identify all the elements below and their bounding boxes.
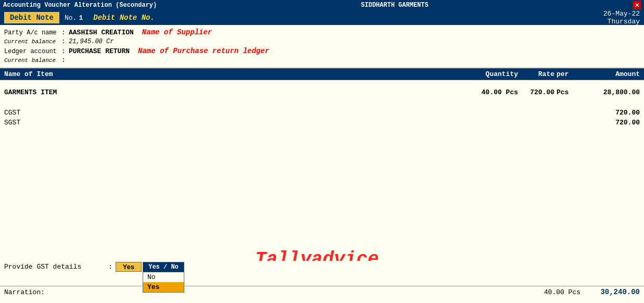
cgst-name: CGST xyxy=(4,109,463,117)
sgst-amount: 720.00 xyxy=(583,119,640,127)
sgst-name: SGST xyxy=(4,119,463,127)
party-label: Party A/c name xyxy=(4,29,61,36)
cb-colon2: : xyxy=(61,56,69,64)
item-amount: 28,800.00 xyxy=(583,89,640,96)
title-bar: Accounting Voucher Alteration (Secondary… xyxy=(0,0,644,10)
main-content: Party A/c name : AASHISH CREATION Name o… xyxy=(0,25,644,303)
table-row: GARMENTS ITEM 40.00 Pcs 720.00 Pcs 28,80… xyxy=(0,87,644,97)
party-value: AASHISH CREATION xyxy=(69,29,134,36)
ledger-row: Ledger account : PURCHASE RETURN Name of… xyxy=(4,47,640,56)
narration-qty: 40.00 Pcs xyxy=(525,288,583,296)
cgst-amount: 720.00 xyxy=(583,109,640,117)
dropdown-title: Yes / No xyxy=(143,262,184,272)
header-row: Debit Note No. 1 Debit Note No. 26-May-2… xyxy=(0,10,644,25)
company-name: SIDDHARTH GARMENTS xyxy=(361,2,428,9)
ledger-label: Ledger account xyxy=(4,48,61,55)
close-button[interactable]: ✕ xyxy=(633,1,641,9)
narration-label: Narration: xyxy=(4,288,525,296)
item-name: GARMENTS ITEM xyxy=(4,89,463,96)
cgst-row: CGST 720.00 xyxy=(0,108,644,118)
table-body: GARMENTS ITEM 40.00 Pcs 720.00 Pcs 28,80… xyxy=(0,80,644,226)
current-balance-row2: Current balance : xyxy=(4,56,640,66)
yes-no-dropdown[interactable]: Yes / No No Yes xyxy=(143,262,184,293)
item-qty: 40.00 Pcs xyxy=(463,89,520,96)
current-balance-label1: Current balance xyxy=(4,39,61,45)
no-label: No. xyxy=(65,14,77,22)
window-title: Accounting Voucher Alteration (Secondary… xyxy=(3,2,157,9)
item-rate: 720.00 xyxy=(520,89,557,96)
narration-amount: 30,240.00 xyxy=(583,288,640,296)
col-per-header: per xyxy=(557,70,583,78)
gst-details-row: Provide GST details : Yes / No No Yes xyxy=(0,261,644,273)
party-hint: Name of Supplier xyxy=(142,28,212,36)
dropdown-option-yes[interactable]: Yes xyxy=(143,282,184,292)
date-section: 26-May-22 Thursday xyxy=(603,10,640,26)
ledger-colon: : xyxy=(61,47,69,55)
gst-label: Provide GST details xyxy=(4,263,108,271)
ledger-hint: Name of Purchase return ledger xyxy=(138,47,269,55)
dropdown-container: Yes / No No Yes xyxy=(116,262,142,272)
party-colon: : xyxy=(61,29,69,36)
table-header: Name of Item Quantity Rate per Amount xyxy=(0,68,644,80)
col-name-header: Name of Item xyxy=(4,70,463,78)
current-balance-value1: 21,945.00 Cr xyxy=(69,38,113,45)
narration-row: Narration: 40.00 Pcs 30,240.00 xyxy=(0,286,644,298)
current-balance-row1: Current balance : 21,945.00 Cr xyxy=(4,37,640,47)
party-row: Party A/c name : AASHISH CREATION Name o… xyxy=(4,28,640,37)
cb-colon1: : xyxy=(61,37,69,45)
ledger-value: PURCHASE RETURN xyxy=(69,47,130,55)
sgst-row: SGST 720.00 xyxy=(0,118,644,128)
gst-colon: : xyxy=(108,263,116,271)
dropdown-option-no[interactable]: No xyxy=(143,272,184,282)
col-rate-header: Rate xyxy=(520,70,557,78)
date-value: 26-May-22 xyxy=(603,10,640,18)
voucher-number: 1 xyxy=(79,14,83,22)
voucher-type-label: Debit Note xyxy=(4,12,59,23)
day-value: Thursday xyxy=(608,18,640,26)
debit-note-no-label: Debit Note No. xyxy=(93,14,155,22)
current-balance-label2: Current balance xyxy=(4,57,61,64)
form-area: Party A/c name : AASHISH CREATION Name o… xyxy=(0,25,644,68)
gst-yes-input[interactable] xyxy=(116,262,142,272)
item-per: Pcs xyxy=(557,89,583,96)
col-qty-header: Quantity xyxy=(463,70,520,78)
col-amount-header: Amount xyxy=(583,70,640,78)
